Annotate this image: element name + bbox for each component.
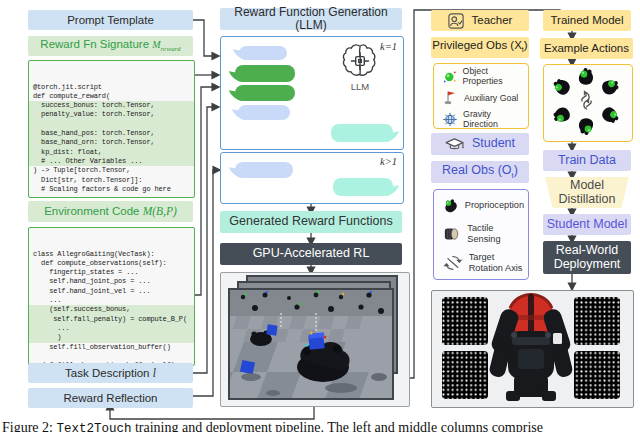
tactile-sensing-label: Tactile Sensing <box>467 223 524 244</box>
privileged-obs-items-box: Object Properties Auxiliary Goal <box>433 63 529 129</box>
k1-label: k=1 <box>371 41 397 52</box>
chat-bubble-assistant-2 <box>235 85 295 101</box>
generated-reward-functions-label: Generated Reward Functions <box>229 215 392 229</box>
task-description-box: Task Description l <box>28 363 193 383</box>
arrow-reflection-to-llm <box>193 170 214 396</box>
real-world-deployment-box: Real-World Deployment <box>543 241 631 274</box>
student-model-label: Student Model <box>547 218 628 232</box>
prompt-template-box: Prompt Template <box>28 10 193 30</box>
trained-model-box: Trained Model <box>543 10 631 31</box>
arrow-task-to-llm <box>193 107 213 373</box>
rotation-axes-icon <box>443 253 463 273</box>
student-box: Student <box>431 133 529 155</box>
prompt-template-label: Prompt Template <box>67 14 154 27</box>
example-actions-image <box>543 64 633 142</box>
auxiliary-goal-label: Auxiliary Goal <box>464 93 518 103</box>
reward-generation-label: Reward Function Generation (LLM) <box>220 6 402 32</box>
llm-label: LLM <box>341 81 379 92</box>
reward-generation-header: Reward Function Generation (LLM) <box>220 8 402 30</box>
figure-caption: Figure 2: Text2Touch training and deploy… <box>2 420 543 432</box>
model-distillation-box: Model Distillation <box>545 177 629 208</box>
code1-header: @torch.jit.script def compute_reward( <box>33 83 194 102</box>
reward-reflection-box: Reward Reflection <box>28 388 193 408</box>
example-actions-box: Example Actions <box>540 38 633 59</box>
code1-highlight: success_bonus: torch.Tensor, penalty_val… <box>29 101 194 166</box>
privileged-obs-box: Privileged Obs (Xt) <box>431 37 529 58</box>
graduation-cap-icon <box>445 137 464 152</box>
gpu-accelerated-rl-box: GPU-Accelerated RL <box>220 243 402 265</box>
tactile-sensing-item: Tactile Sensing <box>434 221 528 246</box>
reward-fn-signature-label: Reward Fn Signature Mreward <box>40 38 180 54</box>
tactile-sensor-icon <box>443 224 461 244</box>
llm-chat-box-kgt1: k>1 <box>220 152 404 204</box>
proprioception-item: Proprioception <box>434 194 528 218</box>
robot-hand-illustration <box>432 291 630 404</box>
code2-highlight: (self.success_bonus, self.fall_penalty) … <box>29 305 194 342</box>
generated-reward-functions-box: Generated Reward Functions <box>220 211 402 233</box>
auxiliary-goal-item: Auxiliary Goal <box>434 88 528 107</box>
code2-header: class AllegroGaiting(VecTask): def compu… <box>33 250 194 306</box>
globe-icon <box>443 112 457 127</box>
gpu-accelerated-rl-label: GPU-Accelerated RL <box>253 247 370 261</box>
gravity-direction-label: Gravity Direction <box>463 109 524 129</box>
trained-model-label: Trained Model <box>550 14 623 27</box>
chat-bubble-user-3 <box>235 162 293 178</box>
gravity-direction-item: Gravity Direction <box>434 107 528 131</box>
code1-footer: ) -> Tuple[torch.Tensor, Dict[str, torch… <box>33 166 194 198</box>
environment-code-block: class AllegroGaiting(VecTask): def compu… <box>28 227 195 366</box>
figure-canvas: Prompt Template Reward Fn Signature Mrew… <box>0 0 640 432</box>
reward-reflection-label: Reward Reflection <box>64 392 158 405</box>
chat-bubble-user-1 <box>239 46 287 60</box>
green-ball-icon <box>443 69 457 84</box>
chat-bubble-user-2 <box>238 105 290 120</box>
target-rotation-axis-label: Target Rotation Axis <box>469 252 524 273</box>
chat-bubble-reply-1 <box>331 124 393 142</box>
train-data-box: Train Data <box>543 150 631 171</box>
student-model-box: Student Model <box>543 214 631 235</box>
real-obs-label: Real Obs (Ot) <box>442 164 518 180</box>
real-obs-box: Real Obs (Ot) <box>431 161 529 183</box>
model-distillation-label: Model Distillation <box>557 179 617 207</box>
red-flag-icon <box>443 90 458 105</box>
chat-bubble-assistant-1 <box>235 65 295 82</box>
task-description-label: Task Description l <box>65 367 156 380</box>
example-actions-label: Example Actions <box>544 42 629 55</box>
student-label: Student <box>472 137 515 151</box>
arrow-envcode-to-llm <box>195 87 213 295</box>
caption-method-name: Text2Touch <box>56 422 131 432</box>
environment-code-box: Environment Code M(B,P) <box>28 201 193 222</box>
real-world-deployment-label: Real-World Deployment <box>552 244 622 272</box>
object-properties-label: Object Properties <box>463 66 524 86</box>
caption-prefix: Figure 2: <box>2 420 56 432</box>
llm-chat-box-k1: LLM k=1 <box>220 36 404 150</box>
simulation-screenshot <box>220 272 410 407</box>
arrow-prompt-to-llm <box>193 20 213 56</box>
train-data-label: Train Data <box>558 154 616 168</box>
chat-bubble-reply-2 <box>333 178 393 196</box>
teacher-person-icon <box>448 13 464 29</box>
real-robot-photo <box>431 290 634 408</box>
proprioception-label: Proprioception <box>465 200 524 211</box>
reward-fn-code-block: @torch.jit.script def compute_reward( su… <box>28 60 195 198</box>
rotating-hands-illustration <box>544 65 629 138</box>
privileged-obs-label: Privileged Obs (Xt) <box>432 39 527 55</box>
simulation-scene <box>221 273 406 403</box>
teacher-box: Teacher <box>431 10 529 31</box>
kgt1-label: k>1 <box>371 156 397 167</box>
teacher-label: Teacher <box>472 14 513 27</box>
target-rotation-axis-item: Target Rotation Axis <box>434 250 528 275</box>
caption-suffix: training and deployment pipeline. The le… <box>131 420 542 432</box>
reward-fn-signature-box: Reward Fn Signature Mreward <box>28 36 193 56</box>
hand-ball-icon <box>443 196 459 216</box>
environment-code-label: Environment Code M(B,P) <box>44 205 177 218</box>
real-obs-items-box: Proprioception Tactile Sensing Target Ro… <box>433 189 529 280</box>
object-properties-item: Object Properties <box>434 64 528 88</box>
